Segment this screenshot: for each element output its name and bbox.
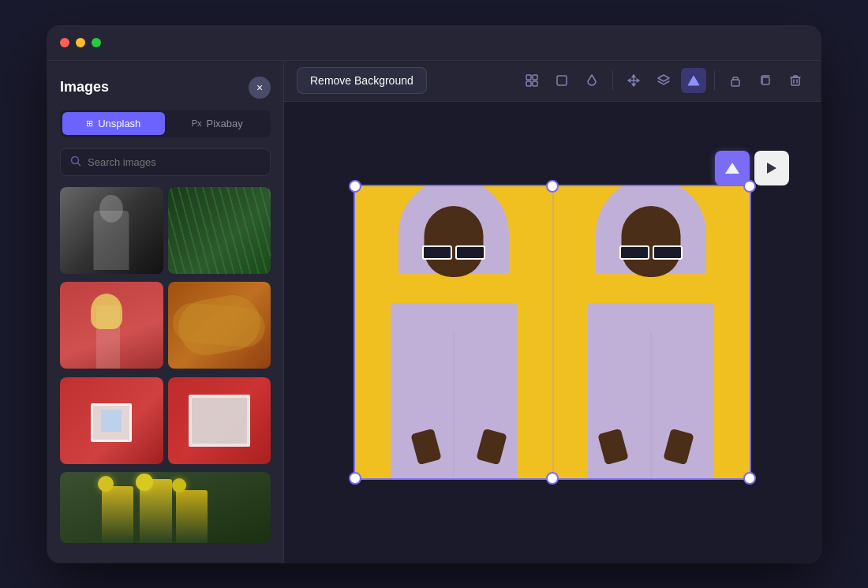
crop-icon (555, 73, 569, 88)
shape-tool-button[interactable] (681, 68, 706, 93)
sidebar-header: Images × (60, 77, 271, 99)
sidebar: Images × ⊞ Unsplash Px Pixabay (47, 61, 284, 563)
svg-rect-2 (526, 75, 531, 80)
fill-tool-button[interactable] (579, 68, 604, 93)
move-tool-button[interactable] (621, 68, 646, 93)
list-item[interactable] (60, 472, 271, 547)
sidebar-title: Images (60, 79, 109, 96)
svg-rect-9 (791, 77, 799, 85)
list-item[interactable] (60, 282, 163, 373)
search-input[interactable] (88, 156, 260, 168)
main-image (355, 186, 750, 478)
grid-tool-button[interactable] (519, 68, 544, 93)
minimize-traffic-light[interactable] (76, 38, 85, 47)
pixabay-icon: Px (192, 118, 202, 128)
layers-tool-button[interactable] (651, 68, 676, 93)
lock-icon (728, 73, 743, 88)
image-container[interactable] (355, 186, 750, 478)
source-tabs: ⊞ Unsplash Px Pixabay (60, 110, 271, 137)
toolbar: Remove Background (284, 61, 821, 102)
traffic-lights (60, 38, 101, 47)
play-icon (765, 161, 778, 175)
close-traffic-light[interactable] (60, 38, 69, 47)
title-bar (47, 26, 821, 61)
list-item[interactable] (168, 187, 271, 278)
svg-rect-7 (731, 80, 739, 86)
fill-icon (585, 73, 599, 88)
canvas-area: Remove Background (284, 61, 821, 563)
list-item[interactable] (168, 282, 271, 373)
toolbar-right (519, 68, 808, 93)
svg-rect-6 (557, 76, 567, 85)
remove-background-button[interactable]: Remove Background (297, 67, 427, 94)
tab-pixabay-label: Pixabay (207, 118, 243, 129)
play-action-button[interactable] (754, 151, 789, 185)
main-content: Images × ⊞ Unsplash Px Pixabay (47, 61, 821, 563)
layers-icon (657, 73, 671, 88)
duplicate-tool-button[interactable] (753, 68, 778, 93)
svg-rect-5 (533, 81, 537, 86)
image-grid (60, 187, 271, 547)
tab-pixabay[interactable]: Px Pixabay (166, 112, 269, 135)
lock-tool-button[interactable] (723, 68, 748, 93)
crop-tool-button[interactable] (549, 68, 574, 93)
svg-line-1 (78, 163, 80, 165)
svg-rect-3 (533, 75, 537, 80)
list-item[interactable] (60, 377, 163, 468)
shape-action-button[interactable]: ☛ (715, 151, 750, 185)
toolbar-divider-1 (612, 71, 613, 90)
search-box (60, 148, 271, 176)
list-item[interactable] (168, 377, 271, 468)
grid-icon (525, 73, 539, 88)
trash-icon (788, 73, 803, 88)
sidebar-close-button[interactable]: × (249, 77, 271, 99)
list-item[interactable] (60, 187, 163, 278)
shape-icon (687, 73, 701, 88)
duplicate-icon (758, 73, 773, 88)
tab-unsplash[interactable]: ⊞ Unsplash (62, 112, 165, 135)
tab-unsplash-label: Unsplash (98, 118, 140, 129)
canvas: ☛ (284, 102, 821, 563)
svg-rect-8 (762, 77, 769, 84)
floating-actions: ☛ (715, 151, 789, 185)
delete-tool-button[interactable] (783, 68, 808, 93)
toolbar-divider-2 (714, 71, 715, 90)
fullscreen-traffic-light[interactable] (92, 38, 101, 47)
svg-rect-4 (526, 81, 531, 86)
app-window: Images × ⊞ Unsplash Px Pixabay (47, 26, 821, 563)
unsplash-icon: ⊞ (86, 118, 93, 129)
search-icon (70, 155, 81, 169)
move-icon (627, 73, 641, 88)
triangle-icon (724, 159, 741, 177)
